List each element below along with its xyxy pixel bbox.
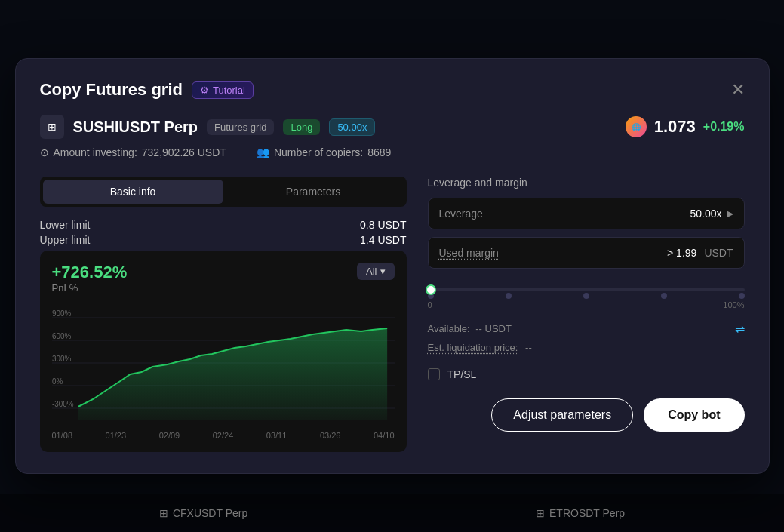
tab-basic-info[interactable]: Basic info <box>43 180 223 204</box>
filter-icon[interactable]: ⇌ <box>735 321 745 336</box>
chart-container: +726.52% PnL% All ▾ <box>40 251 407 452</box>
amount-label: Amount investing: <box>54 146 137 158</box>
svg-text:600%: 600% <box>52 332 71 340</box>
strip-icon-1: ⊞ <box>159 507 168 519</box>
slider-track[interactable] <box>428 288 745 291</box>
pnl-percent: +726.52% <box>52 263 128 282</box>
available-value: -- USDT <box>475 323 512 334</box>
modal-footer: Adjust parameters Copy bot <box>428 398 745 432</box>
amount-icon: ⊙ <box>40 146 49 158</box>
tutorial-label: Tutorial <box>213 85 245 96</box>
copiers-icon: 👥 <box>257 146 269 158</box>
chevron-down-icon: ▾ <box>380 266 386 277</box>
slider-min: 0 <box>428 300 432 309</box>
copy-bot-button[interactable]: Copy bot <box>644 398 744 432</box>
x-label-1: 01/08 <box>52 431 73 440</box>
x-label-6: 03/26 <box>320 431 341 440</box>
leverage-value: 50.00x ▶ <box>690 208 733 220</box>
liq-label: Est. liquidation price: <box>428 342 518 353</box>
modal-title-wrap: Copy Futures grid ⚙ Tutorial <box>40 80 254 100</box>
close-button[interactable]: ✕ <box>731 81 745 98</box>
leverage-label: Leverage <box>439 208 483 220</box>
used-margin-field[interactable]: Used margin > 1.99 USDT <box>428 237 745 269</box>
instrument-name: SUSHIUSDT Perp <box>73 118 198 136</box>
amount-value: 732,902.26 USDT <box>142 146 226 158</box>
available-row: Available: -- USDT ⇌ <box>428 321 745 336</box>
content-grid: Basic info Parameters Lower limit 0.8 US… <box>40 177 745 452</box>
period-selector[interactable]: All ▾ <box>357 263 394 280</box>
bottom-strip: ⊞ CFXUSDT Perp ⊞ ETROSDT Perp <box>0 494 784 532</box>
pnl-label: PnL% <box>52 282 128 294</box>
x-label-7: 04/10 <box>374 431 395 440</box>
tutorial-icon: ⚙ <box>200 85 209 96</box>
tick-5 <box>739 293 745 299</box>
tpsl-label: TP/SL <box>447 368 477 380</box>
adjust-parameters-button[interactable]: Adjust parameters <box>491 398 633 432</box>
slider-ticks <box>428 293 745 299</box>
instrument-icon: ⊞ <box>40 115 64 139</box>
copiers-item: 👥 Number of copiers: 8689 <box>257 146 391 158</box>
price-change: +0.19% <box>703 120 745 134</box>
tick-3 <box>583 293 589 299</box>
tick-4 <box>661 293 667 299</box>
upper-limit-label: Upper limit <box>40 234 91 246</box>
chart-header: +726.52% PnL% All ▾ <box>52 263 395 294</box>
price-value: 1.073 <box>654 117 696 137</box>
svg-text:0%: 0% <box>52 377 63 386</box>
slider-max: 100% <box>723 300 744 309</box>
used-margin-label: Used margin <box>439 247 499 259</box>
svg-text:900%: 900% <box>52 309 71 318</box>
liq-value: -- <box>525 342 532 353</box>
info-row: ⊙ Amount investing: 732,902.26 USDT 👥 Nu… <box>40 146 745 158</box>
x-label-4: 02/24 <box>213 431 234 440</box>
price-section: 🌐 1.073 +0.19% <box>626 116 745 137</box>
direction-tag: Long <box>283 119 320 135</box>
tpsl-row: TP/SL <box>428 368 745 380</box>
copiers-label: Number of copiers: <box>274 146 363 158</box>
tabs-row: Basic info Parameters <box>40 177 407 207</box>
left-panel: Basic info Parameters Lower limit 0.8 US… <box>40 177 407 452</box>
margin-slider-container: 0 100% <box>428 276 745 318</box>
tab-parameters[interactable]: Parameters <box>223 180 404 204</box>
slider-labels: 0 100% <box>428 300 745 309</box>
leverage-field[interactable]: Leverage 50.00x ▶ <box>428 198 745 229</box>
instrument-row: ⊞ SUSHIUSDT Perp Futures grid Long 50.00… <box>40 115 745 139</box>
available-label-value: Available: -- USDT <box>428 323 512 334</box>
modal-container: Copy Futures grid ⚙ Tutorial ✕ ⊞ SUSHIUS… <box>15 58 770 474</box>
price-avatar: 🌐 <box>626 116 647 137</box>
chart-x-labels: 01/08 01/23 02/09 02/24 03/11 03/26 04/1… <box>52 431 395 440</box>
upper-limit-row: Upper limit 1.4 USDT <box>40 234 407 246</box>
leverage-arrow-icon: ▶ <box>727 208 733 219</box>
lower-limit-label: Lower limit <box>40 219 91 231</box>
type-tag: Futures grid <box>207 119 274 135</box>
tutorial-badge[interactable]: ⚙ Tutorial <box>192 81 254 99</box>
right-panel: Leverage and margin Leverage 50.00x ▶ Us… <box>428 177 745 452</box>
strip-item-1: ⊞ CFXUSDT Perp <box>159 507 247 519</box>
pnl-chart: 900% 600% 300% 0% -300% <box>52 303 395 423</box>
strip-label-2: ETROSDT Perp <box>549 507 625 519</box>
upper-limit-value: 1.4 USDT <box>360 234 406 246</box>
chart-pnl-wrap: +726.52% PnL% <box>52 263 128 294</box>
lower-limit-row: Lower limit 0.8 USDT <box>40 219 407 231</box>
strip-item-2: ⊞ ETROSDT Perp <box>536 507 625 519</box>
copiers-value: 8689 <box>367 146 391 158</box>
slider-thumb[interactable] <box>426 284 436 295</box>
x-label-3: 02/09 <box>159 431 180 440</box>
used-margin-value: > 1.99 USDT <box>667 247 733 259</box>
overlay: Copy Futures grid ⚙ Tutorial ✕ ⊞ SUSHIUS… <box>0 0 784 532</box>
leverage-tag: 50.00x <box>329 118 375 136</box>
svg-text:-300%: -300% <box>52 400 74 408</box>
x-label-2: 01/23 <box>106 431 127 440</box>
instrument-left: ⊞ SUSHIUSDT Perp Futures grid Long 50.00… <box>40 115 376 139</box>
lower-limit-value: 0.8 USDT <box>360 219 406 231</box>
tick-2 <box>506 293 512 299</box>
svg-text:300%: 300% <box>52 355 71 363</box>
x-label-5: 03/11 <box>266 431 287 440</box>
modal-header: Copy Futures grid ⚙ Tutorial ✕ <box>40 80 745 100</box>
period-label: All <box>366 266 377 277</box>
liquidation-row: Est. liquidation price: -- <box>428 342 745 353</box>
tpsl-checkbox[interactable] <box>428 368 440 380</box>
leverage-section-title: Leverage and margin <box>428 177 745 189</box>
strip-icon-2: ⊞ <box>536 507 545 519</box>
strip-label-1: CFXUSDT Perp <box>173 507 247 519</box>
